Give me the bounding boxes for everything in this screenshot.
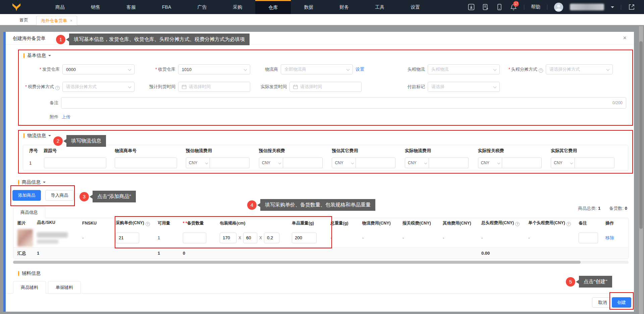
create-overseas-stock-order-modal: 创建海外备货单 × 1 填写基本信息，发货仓库、收货仓库、头程分摊方式、税费分摊… xyxy=(6,32,634,312)
tab-product-auxiliary[interactable]: 商品辅料 xyxy=(13,281,46,294)
caret-down-icon[interactable] xyxy=(43,182,46,184)
dim-separator: X xyxy=(259,236,262,240)
download-icon[interactable] xyxy=(468,3,475,11)
product-image-blurred[interactable] xyxy=(17,229,33,247)
avatar[interactable] xyxy=(554,3,563,12)
tracking-number-input[interactable] xyxy=(44,158,106,168)
unit-weight-input[interactable] xyxy=(292,233,317,243)
step-tooltip: 填写采购单价、备货数量、包装规格和单品重量 xyxy=(260,199,375,211)
nav-item-settings[interactable]: 设置 xyxy=(397,0,433,14)
tab-order-auxiliary[interactable]: 单据辅料 xyxy=(48,281,81,294)
col-header: *备货数量 xyxy=(183,221,220,226)
notifications[interactable]: 17 xyxy=(510,3,517,11)
document-add-icon[interactable] xyxy=(482,3,489,11)
tab-product-info[interactable]: 商品信息 xyxy=(13,207,45,218)
unit-price-input[interactable] xyxy=(116,233,139,243)
tab-home[interactable]: 首页 xyxy=(19,17,28,23)
nav-item-ads[interactable]: 广告 xyxy=(184,0,220,14)
ship-warehouse-select[interactable]: 0000 xyxy=(62,64,135,74)
chevron-down-icon xyxy=(351,162,354,164)
import-product-button[interactable]: 导入商品 xyxy=(45,190,74,201)
cancel-button[interactable]: 取消 xyxy=(592,297,613,308)
page-vertical-scrollbar[interactable] xyxy=(639,26,643,314)
add-product-button[interactable]: 添加商品 xyxy=(12,190,41,201)
est-other-fee-input[interactable] xyxy=(356,158,395,168)
actual-customs-fee-input[interactable] xyxy=(502,158,542,168)
pay-mark-select[interactable]: 请选择 xyxy=(428,82,500,92)
eta-date-picker[interactable]: 请选择时间 xyxy=(178,82,250,92)
recv-warehouse-select[interactable]: 1010 xyxy=(178,64,250,74)
dim-height-input[interactable] xyxy=(264,233,279,243)
chevron-down-icon[interactable] xyxy=(611,6,614,10)
col-header: 图片 xyxy=(17,221,37,226)
actual-shipping-fee-input[interactable] xyxy=(429,158,469,168)
est-shipping-fee-input[interactable] xyxy=(210,158,250,168)
currency-select[interactable]: CNY xyxy=(405,158,429,168)
help-link[interactable]: 帮助 xyxy=(531,4,540,10)
nav-item-data[interactable]: 数据 xyxy=(291,0,326,14)
nav-item-service[interactable]: 客服 xyxy=(113,0,149,14)
est-customs-fee-input[interactable] xyxy=(283,158,323,168)
nav-item-finance[interactable]: 财务 xyxy=(326,0,362,14)
nav-item-products[interactable]: 商品 xyxy=(42,0,78,14)
mobile-icon[interactable] xyxy=(496,3,503,11)
caret-down-icon[interactable] xyxy=(48,135,51,138)
currency-select[interactable]: CNY xyxy=(551,158,575,168)
customs-fee-value: - xyxy=(402,235,443,240)
info-icon[interactable]: ? xyxy=(539,68,543,73)
info-icon[interactable]: ? xyxy=(567,222,571,226)
chevron-down-icon xyxy=(493,85,497,88)
info-icon[interactable]: ? xyxy=(515,222,520,226)
actual-other-fee-input[interactable] xyxy=(575,158,614,168)
carrier-order-input[interactable] xyxy=(115,158,177,168)
upload-link[interactable]: 上传 xyxy=(62,114,70,120)
currency-select[interactable]: CNY xyxy=(259,158,283,168)
summary-label: 汇总 xyxy=(17,250,37,256)
first-leg-select[interactable]: 头程物流 xyxy=(428,64,500,74)
tax-alloc-select[interactable]: 请选择分摊方式 xyxy=(62,82,135,92)
nav-item-tools[interactable]: 工具 xyxy=(362,0,397,14)
summary-sku-count: 1 xyxy=(37,251,82,256)
create-button[interactable]: 创建 xyxy=(612,297,631,308)
currency-select[interactable]: CNY xyxy=(332,158,356,168)
tab-overseas-stock-order[interactable]: 海外仓备货单 × xyxy=(36,16,77,25)
nav-item-purchase[interactable]: 采购 xyxy=(220,0,255,14)
remark-input[interactable] xyxy=(61,98,626,108)
info-icon[interactable]: ? xyxy=(55,86,60,90)
fox-logo-icon xyxy=(11,2,21,12)
sort-icon[interactable] xyxy=(57,221,59,227)
info-icon[interactable]: ? xyxy=(146,222,150,226)
remark-input-box: 0/200 xyxy=(61,97,626,109)
tab-close-icon[interactable]: × xyxy=(70,18,72,23)
close-icon[interactable]: × xyxy=(623,35,627,41)
row-index: 1 xyxy=(27,161,44,166)
leg-alloc-placeholder: 请选择分摊方式 xyxy=(549,66,580,72)
dim-width-input[interactable] xyxy=(243,233,257,243)
product-table-horizontal-scrollbar[interactable] xyxy=(13,261,629,264)
expand-icon[interactable] xyxy=(628,3,635,11)
ship-time-date-picker[interactable]: 请选择时间 xyxy=(289,82,362,92)
carrier-select[interactable]: 全部物流商 xyxy=(281,64,353,74)
scrollbar-thumb[interactable] xyxy=(639,41,643,229)
nav-item-fba[interactable]: FBA xyxy=(149,0,184,14)
nav-item-sales[interactable]: 销售 xyxy=(78,0,113,14)
section-title-auxiliary: 辅料信息 xyxy=(18,270,41,276)
col-header: 预估其它费用 xyxy=(332,148,402,154)
top-navbar: 商品 销售 客服 FBA 广告 采购 仓库 数据 财务 工具 设置 17 帮助 xyxy=(0,0,644,14)
carrier-settings-link[interactable]: 设置 xyxy=(356,66,364,72)
stock-qty-input[interactable] xyxy=(183,233,206,243)
scrollbar-thumb[interactable] xyxy=(13,261,581,264)
col-header: 预估报关税费 xyxy=(259,148,329,154)
dim-length-input[interactable] xyxy=(220,233,236,243)
caret-down-icon[interactable] xyxy=(48,55,51,58)
row-remark-input[interactable] xyxy=(579,233,598,243)
currency-select[interactable]: CNY xyxy=(186,158,210,168)
nav-item-warehouse[interactable]: 仓库 xyxy=(255,0,291,14)
leg-alloc-select[interactable]: 请选择分摊方式 xyxy=(546,64,613,74)
unit-leg-fee-value: - xyxy=(528,235,579,240)
username-blurred[interactable] xyxy=(570,4,604,10)
col-header: 序号 xyxy=(27,148,44,154)
currency-select[interactable]: CNY xyxy=(478,158,502,168)
remove-link[interactable]: 移除 xyxy=(605,235,614,240)
step-annotation-5: 5 点击"创建" xyxy=(566,276,612,288)
